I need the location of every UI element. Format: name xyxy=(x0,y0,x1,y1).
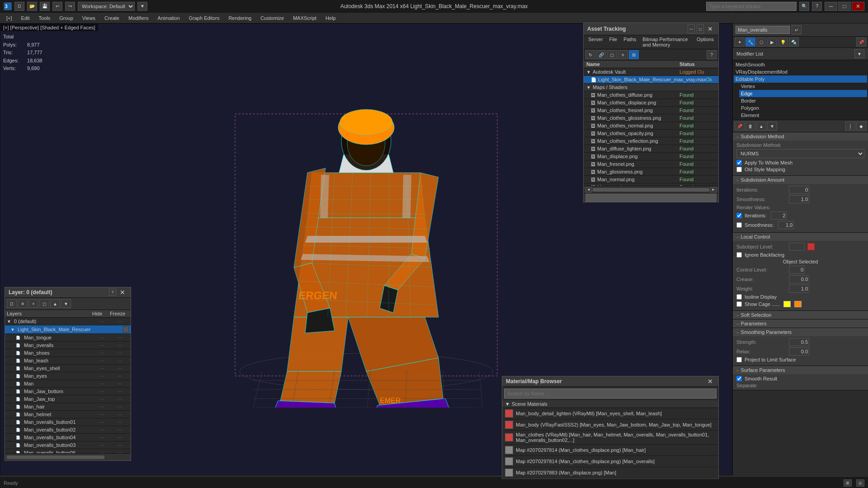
asset-detail-view-btn[interactable]: ⊞ xyxy=(629,50,639,59)
minimize-button[interactable]: ─ xyxy=(825,2,837,11)
show-cage-color2[interactable] xyxy=(794,301,802,307)
subdivision-method-header[interactable]: Subdivision Method xyxy=(733,132,868,141)
material-swatch-3[interactable] xyxy=(505,433,513,441)
smoothness-input[interactable] xyxy=(789,195,809,203)
layer-item-man-eyes[interactable]: 📄 Man_eyes ···· ···· xyxy=(5,372,131,380)
open-button[interactable]: 📂 xyxy=(27,2,37,11)
asset-list-view-btn[interactable]: ≡ xyxy=(618,50,628,59)
sub-obj-polygon[interactable]: Polygon xyxy=(739,104,867,112)
layer-item-man-overalls-button04[interactable]: 📄 Man_overalls_button04 ···· ···· xyxy=(5,434,131,441)
subobject-level-input[interactable] xyxy=(789,243,805,251)
sub-obj-vertex[interactable]: Vertex xyxy=(739,83,867,90)
layer-new-btn[interactable]: 🗋 xyxy=(7,299,17,308)
asset-toggle-btn[interactable]: ◻ xyxy=(607,50,617,59)
sub-obj-element[interactable]: Element xyxy=(739,112,867,119)
modifier-name-apply[interactable]: ↵ xyxy=(792,25,802,34)
material-item-body[interactable]: Man_body (VRayFastSSS2) [Man_eyes, Man_J… xyxy=(502,419,718,431)
layer-item-0-default[interactable]: ▼ 0 (default) ···· ···· xyxy=(5,318,131,325)
asset-resolve-btn[interactable]: 🔗 xyxy=(596,50,606,59)
undo-button[interactable]: ↩ xyxy=(52,2,62,11)
strength-input[interactable] xyxy=(789,338,809,346)
asset-item-clothes-opacity[interactable]: 🖼 Man_clothes_opacity.png Found xyxy=(584,130,718,137)
mod-show-result-btn[interactable]: ◆ xyxy=(856,122,866,131)
local-control-header[interactable]: Local Control xyxy=(733,233,868,241)
layer-item-man-jaw-top[interactable]: 📄 Man_Jaw_top ···· ···· xyxy=(5,395,131,403)
layer-item-man-hair[interactable]: 📄 Man_hair ···· ···· xyxy=(5,403,131,411)
asset-menu-options[interactable]: Options xyxy=(694,36,717,48)
menu-plus[interactable]: [+] xyxy=(2,14,17,22)
redo-button[interactable]: ↪ xyxy=(65,2,75,11)
menu-modifiers[interactable]: Modifiers xyxy=(124,14,153,22)
workspace-expand-button[interactable]: ▼ xyxy=(137,2,147,11)
layer-add-btn[interactable]: + xyxy=(28,299,38,308)
menu-graph-editors[interactable]: Graph Editors xyxy=(184,14,224,22)
asset-item-clothes-glossiness[interactable]: 🖼 Man_clothes_glossiness.png Found xyxy=(584,114,718,122)
asset-scroll-left-btn[interactable]: ◄ xyxy=(585,187,592,192)
asset-maximize-btn[interactable]: □ xyxy=(697,24,704,33)
layer-panel-help[interactable]: ? xyxy=(109,289,116,296)
subdivision-method-select[interactable]: NURMS xyxy=(736,149,864,158)
asset-item-displace[interactable]: 🖼 Man_displace.png Found xyxy=(584,153,718,160)
layer-item-man-shoes[interactable]: 📄 Man_shoes ···· ···· xyxy=(5,349,131,357)
asset-section-maps[interactable]: ▼ Maps / Shaders xyxy=(584,84,718,91)
material-browser-close-btn[interactable]: ✕ xyxy=(706,378,715,385)
menu-rendering[interactable]: Rendering xyxy=(224,14,256,22)
layer-item-man-overalls[interactable]: 📄 Man_overalls ···· ···· xyxy=(5,342,131,349)
layer-item-man-jaw-bottom[interactable]: 📄 Man_Jaw_bottom ···· ···· xyxy=(5,388,131,395)
material-swatch-1[interactable] xyxy=(505,409,513,418)
subdivision-amount-header[interactable]: Subdivision Amount xyxy=(733,176,868,184)
material-item-map-clothes-displace-hair[interactable]: Map #2070297814 (Man_clothes_displace.pn… xyxy=(502,445,718,456)
apply-whole-mesh-checkbox[interactable] xyxy=(736,160,742,165)
smoothing-parameters-header[interactable]: Smoothing Parameters xyxy=(733,328,868,336)
asset-item-opacity[interactable]: 🖼 Man_opacity.png Found xyxy=(584,183,718,186)
layer-move-down-btn[interactable]: ▼ xyxy=(61,299,71,308)
material-item-body-detail[interactable]: Man_body_detail_lighten (VRayMtl) [Man_e… xyxy=(502,408,718,419)
layer-item-man-tongue[interactable]: 📄 Man_tongue ···· ···· xyxy=(5,334,131,342)
maximize-button[interactable]: □ xyxy=(838,2,851,11)
weight-input[interactable] xyxy=(789,285,809,293)
asset-item-clothes-normal[interactable]: 🖼 Man_clothes_normal.png Found xyxy=(584,122,718,130)
asset-close-btn[interactable]: ✕ xyxy=(706,24,715,33)
layer-panel-header[interactable]: Layer: 0 (default) ? ✕ xyxy=(5,287,131,298)
render-smoothness-input[interactable] xyxy=(778,221,794,229)
render-iterations-checkbox[interactable] xyxy=(736,213,742,218)
material-browser-header[interactable]: Material/Map Browser ✕ xyxy=(502,376,718,387)
layer-delete-btn[interactable]: ✕ xyxy=(18,299,28,308)
modify-panel-btn[interactable]: 🔧 xyxy=(745,38,755,47)
layer-scroll-area[interactable]: ▼ 0 (default) ···· ···· ▼ Light_Skin_Bla… xyxy=(5,318,131,453)
asset-panel-header[interactable]: Asset Tracking ─ □ ✕ xyxy=(584,23,718,35)
asset-help-btn[interactable]: ? xyxy=(707,50,717,59)
menu-create[interactable]: Create xyxy=(100,14,124,22)
asset-item-normal[interactable]: 🖼 Man_normal.png Found xyxy=(584,176,718,183)
menu-tools[interactable]: Tools xyxy=(34,14,55,22)
layer-item-man-overalls-button01[interactable]: 📄 Man_overalls_button01 ···· ···· xyxy=(5,418,131,426)
menu-customize[interactable]: Customize xyxy=(256,14,288,22)
panel-pin-btn[interactable]: 📌 xyxy=(856,38,866,47)
show-cage-color1[interactable] xyxy=(783,301,791,307)
status-bar-btn1[interactable]: ⊞ xyxy=(844,479,852,487)
soft-selection-header[interactable]: Soft Selection xyxy=(733,311,868,319)
asset-menu-server[interactable]: Server xyxy=(585,36,605,48)
menu-animation[interactable]: Animation xyxy=(153,14,184,22)
smooth-result-checkbox[interactable] xyxy=(736,376,742,381)
status-bar-btn2[interactable]: ◎ xyxy=(856,479,864,487)
asset-item-main-file[interactable]: 📄 Light_Skin_Black_Male_Rescuer_max_vray… xyxy=(584,76,718,84)
modifier-vray-disp[interactable]: VRayDisplacementMod xyxy=(734,68,867,75)
material-swatch-4[interactable] xyxy=(505,446,513,454)
close-button[interactable]: ✕ xyxy=(852,2,864,11)
search-button[interactable]: 🔍 xyxy=(799,2,809,11)
save-button[interactable]: 💾 xyxy=(40,2,50,11)
mod-up-btn[interactable]: ▲ xyxy=(756,122,766,131)
asset-item-clothes-reflection[interactable]: 🖼 Man_clothes_reflection.png Found xyxy=(584,137,718,145)
layer-item-man-overalls-button03[interactable]: 📄 Man_overalls_button03 ···· ···· xyxy=(5,441,131,449)
new-button[interactable]: 🗋 xyxy=(14,2,24,11)
asset-tree[interactable]: ▼ Autodesk Vault Logged Ou 📄 Light_Skin_… xyxy=(584,68,718,186)
asset-refresh-btn[interactable]: ↻ xyxy=(585,50,595,59)
menu-help[interactable]: Help xyxy=(321,14,340,22)
material-search-input[interactable] xyxy=(504,389,717,399)
iterations-input[interactable] xyxy=(789,186,809,194)
menu-edit[interactable]: Edit xyxy=(17,14,34,22)
asset-item-fresnel[interactable]: 🖼 Man_fresnel.png Found xyxy=(584,160,718,168)
asset-minimize-btn[interactable]: ─ xyxy=(688,24,695,33)
sub-obj-edge[interactable]: Edge xyxy=(739,90,867,97)
